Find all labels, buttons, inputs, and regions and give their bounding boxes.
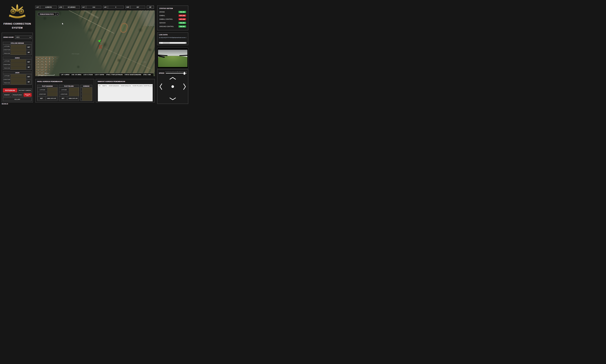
dpad-left-button[interactable] xyxy=(159,83,162,90)
section-stelling-meriam: STELLING MERIAM LATITUDE LONGITUDE TINGG… xyxy=(3,42,32,55)
hasil-koreksi-title: HASIL KOREKSI PENEMBAKAN xyxy=(35,79,94,82)
jauki-set-button[interactable]: SET xyxy=(26,74,31,79)
latitude-label: LATITUDE xyxy=(3,45,11,48)
keluar-button[interactable]: KELUAR xyxy=(3,97,32,101)
pengaturan-button[interactable]: PENGATURAN xyxy=(12,93,23,97)
jauka-longitude-input[interactable] xyxy=(11,63,26,66)
log-scrollbar-track[interactable] xyxy=(161,42,184,44)
speed-slider[interactable] xyxy=(166,71,186,75)
dpad-center-button[interactable] xyxy=(171,85,174,88)
camera-feed-panel xyxy=(157,48,188,68)
dpad-down-button[interactable] xyxy=(169,98,176,100)
koreksi-dash-label: - xyxy=(81,88,82,94)
page-title: FIRING CORRECTION SYSTEM xyxy=(0,22,34,30)
status-badge: OFFLINE xyxy=(179,18,186,20)
stelling-mp-button[interactable]: MP xyxy=(26,50,31,55)
map-buildings xyxy=(132,10,155,26)
map-settings-button[interactable]: PENGATURAN PETA xyxy=(38,13,55,16)
koreksi-input-1[interactable] xyxy=(82,88,92,94)
koreksi-input-2[interactable] xyxy=(82,94,92,101)
map-farmland xyxy=(35,10,155,76)
lon-label: LON xyxy=(58,6,63,9)
stelling-longitude-input[interactable] xyxy=(11,48,26,51)
artillery-emblem-icon xyxy=(8,3,26,20)
beacon-off-button[interactable]: BEACON OFF xyxy=(24,93,32,97)
peluru-longitude-input[interactable] xyxy=(69,92,79,96)
log-scrollbar[interactable]: ❮ ❯ xyxy=(159,42,186,44)
log-entry: [11:19] [LOG] [HTTP-POST]/api/operasi/mu… xyxy=(159,37,186,38)
map-imagery xyxy=(35,10,155,76)
jauki-latitude-input[interactable] xyxy=(11,74,26,78)
bar-lco-x: LCO X: 272153 xyxy=(83,74,93,75)
cmp-value: 283˚ xyxy=(131,6,145,9)
log-scrollbar-thumb[interactable] xyxy=(163,42,170,44)
mp-button[interactable]: MP xyxy=(147,6,154,9)
koreksi-group: KOREKSI - - xyxy=(80,85,92,101)
speed-slider-track[interactable] xyxy=(166,73,186,74)
log-data-title: LOG DATA xyxy=(159,34,186,36)
sasaran-set-button[interactable]: SET xyxy=(38,96,45,100)
tinggi-label: TINGGI (M) xyxy=(3,81,11,84)
koreksi-dash-label: - xyxy=(81,94,82,101)
map-canvas[interactable]: 2022 Google © 2022 PENGATURAN PETA 200 m… xyxy=(35,10,155,76)
riwayat-panel: RIWAYAT KOREKSI PENEMBAKAN NO WAKTU KOOR… xyxy=(96,79,155,102)
jauka-mp-button[interactable]: MP xyxy=(26,65,31,70)
restart-camera-button[interactable]: RESTART CAMERA xyxy=(18,88,32,92)
status-badge: ONLINE xyxy=(179,11,186,13)
camera-ground xyxy=(158,56,187,67)
sasaran-ambil-lrf-button[interactable]: AMBIL DATA LRF xyxy=(46,96,57,100)
camera-feed-image xyxy=(158,50,187,67)
dpad-up-button[interactable] xyxy=(169,77,176,80)
jenis-koor-select[interactable]: GEO xyxy=(15,36,32,39)
latitude-label: LATITUDE xyxy=(3,59,11,63)
jauki-tinggi-input[interactable] xyxy=(11,81,26,84)
mouse-cursor-icon xyxy=(62,23,64,26)
stelling-tinggi-input[interactable] xyxy=(11,52,26,55)
peluru-ambil-lrf-button[interactable]: AMBIL DATA LRF xyxy=(67,96,79,100)
cmp-label: CMP xyxy=(125,6,130,9)
col-koor-sas-geo: KOOR.SAS(GEO) xyxy=(108,84,120,87)
jauka-tinggi-input[interactable] xyxy=(11,66,26,70)
map-scale: 200 m xyxy=(39,73,54,75)
dpad-right-button[interactable] xyxy=(183,83,186,90)
col-koor-pel-lco: KOOR.PEL(LCO xyxy=(144,84,153,87)
riwayat-button[interactable]: RIWAYAT xyxy=(3,93,11,97)
map-scale-bar xyxy=(39,74,54,75)
peluru-set-button[interactable]: SET xyxy=(59,96,67,100)
scroll-left-icon[interactable]: ❮ xyxy=(159,42,161,44)
jauka-set-button[interactable]: SET xyxy=(26,59,31,65)
jauki-mp-button[interactable]: MP xyxy=(26,79,31,85)
map-settings-dropdown[interactable] xyxy=(55,13,59,16)
col-koor-pel-geo: KOOR.PEL(GEO) xyxy=(132,84,144,87)
bar-utm-e: UTM E: 774675,257056236 xyxy=(106,74,123,75)
jenis-koor-label: JENIS KOOR xyxy=(3,36,13,38)
direction-pad xyxy=(157,75,188,103)
putuskan-button[interactable]: PUTUSKAN xyxy=(3,88,17,92)
stelling-set-button[interactable]: SET xyxy=(26,45,31,50)
map-stadium-track xyxy=(119,22,129,34)
latitude-label: LATITUDE xyxy=(38,88,47,92)
riwayat-title: RIWAYAT KOREKSI PENEMBAKAN xyxy=(96,79,155,82)
status-badge: ONLINE xyxy=(179,22,186,24)
speed-slider-thumb[interactable] xyxy=(184,72,185,75)
sasaran-latitude-input[interactable] xyxy=(48,88,57,92)
drone-controls-panel: SPEED xyxy=(157,69,188,104)
section-title: JAUKA xyxy=(3,57,31,59)
section-jauka: JAUKA LATITUDE LONGITUDE TINGGI (M) SET … xyxy=(3,57,32,70)
riwayat-table[interactable]: NO WAKTU KOOR.SAS(GEO) KOOR.SAS(LCO) KOO… xyxy=(98,84,153,101)
jauki-longitude-input[interactable] xyxy=(11,78,26,81)
jauka-latitude-input[interactable] xyxy=(11,59,26,63)
bar-lco-y: LCO Y: 519760 xyxy=(95,74,104,75)
sasaran-longitude-input[interactable] xyxy=(48,92,57,96)
bar-utm-n: UTM N: 9235575,96824956 xyxy=(125,74,141,75)
lat-label: LAT xyxy=(35,6,40,9)
stelling-latitude-input[interactable] xyxy=(11,45,26,48)
col-waktu: WAKTU xyxy=(101,84,108,87)
hasil-koreksi-panel: HASIL KOREKSI PENEMBAKAN PLOT SASARAN LA… xyxy=(35,79,94,102)
scroll-right-icon[interactable]: ❯ xyxy=(184,42,186,44)
target-x-marker xyxy=(99,45,102,48)
peluru-latitude-input[interactable] xyxy=(69,88,79,92)
tinggi-label: TINGGI (M) xyxy=(3,66,11,70)
map-road xyxy=(53,10,114,34)
lat-value: -6,9086783 xyxy=(40,6,57,9)
